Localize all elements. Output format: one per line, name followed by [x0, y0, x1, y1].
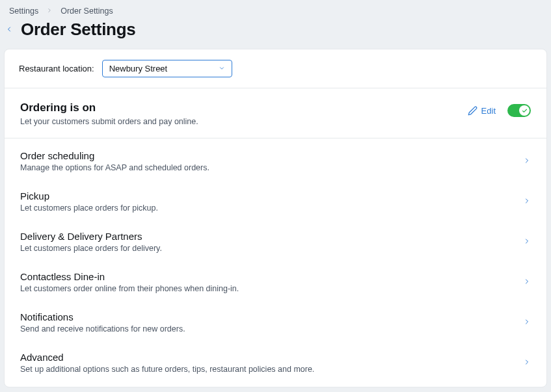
chevron-right-icon: [523, 155, 531, 167]
pencil-icon: [468, 106, 477, 116]
edit-label: Edit: [481, 106, 496, 116]
back-button[interactable]: [4, 23, 14, 37]
location-row: Restaurant location: Newbury Street: [5, 49, 546, 88]
page-title: Order Settings: [21, 20, 135, 40]
section-contactless-dine-in[interactable]: Contactless Dine-in Let customers order …: [5, 262, 546, 302]
chevron-right-icon: [523, 357, 531, 369]
ordering-status-row: Ordering is on Let your customers submit…: [5, 88, 546, 138]
section-title: Notifications: [20, 311, 185, 322]
section-notifications[interactable]: Notifications Send and receive notificat…: [5, 302, 546, 343]
section-title: Delivery & Delivery Partners: [20, 231, 162, 242]
section-description: Let customers place orders for delivery.: [20, 244, 162, 253]
ordering-status-actions: Edit: [468, 101, 531, 117]
toggle-knob: [519, 105, 530, 116]
chevron-right-icon: [523, 236, 531, 248]
check-icon: [522, 108, 528, 114]
chevron-left-icon: [5, 25, 13, 33]
section-description: Let customers order online from their ph…: [20, 284, 239, 293]
section-title: Contactless Dine-in: [20, 271, 239, 282]
section-title: Order scheduling: [20, 150, 209, 161]
ordering-toggle[interactable]: [507, 104, 531, 117]
title-row: Order Settings: [0, 20, 551, 49]
chevron-right-icon: [523, 276, 531, 288]
ordering-status-text: Ordering is on Let your customers submit…: [20, 101, 198, 126]
chevron-right-icon: [523, 196, 531, 207]
breadcrumb: Settings Order Settings: [0, 0, 551, 20]
location-label: Restaurant location:: [19, 64, 94, 73]
section-description: Set up additional options such as future…: [20, 365, 314, 374]
edit-button[interactable]: Edit: [468, 106, 496, 116]
settings-card: Restaurant location: Newbury Street Orde…: [4, 49, 547, 387]
section-pickup[interactable]: Pickup Let customers place orders for pi…: [5, 181, 546, 222]
location-selected-value: Newbury Street: [109, 64, 168, 73]
breadcrumb-root-link[interactable]: Settings: [9, 7, 38, 16]
breadcrumb-current: Order Settings: [60, 7, 113, 16]
section-order-scheduling[interactable]: Order scheduling Manage the options for …: [5, 141, 546, 181]
section-description: Send and receive notifications for new o…: [20, 324, 185, 333]
section-description: Manage the options for ASAP and schedule…: [20, 163, 209, 172]
ordering-status-title: Ordering is on: [20, 101, 198, 114]
ordering-status-description: Let your customers submit orders and pay…: [20, 117, 198, 126]
section-delivery[interactable]: Delivery & Delivery Partners Let custome…: [5, 222, 546, 262]
section-advanced[interactable]: Advanced Set up additional options such …: [5, 343, 546, 383]
location-select[interactable]: Newbury Street: [102, 60, 232, 77]
chevron-right-icon: [46, 7, 53, 16]
section-list: Order scheduling Manage the options for …: [5, 138, 546, 387]
section-title: Advanced: [20, 352, 314, 363]
section-description: Let customers place orders for pickup.: [20, 203, 158, 213]
chevron-right-icon: [523, 317, 531, 328]
section-title: Pickup: [20, 190, 158, 202]
chevron-down-icon: [219, 64, 225, 73]
